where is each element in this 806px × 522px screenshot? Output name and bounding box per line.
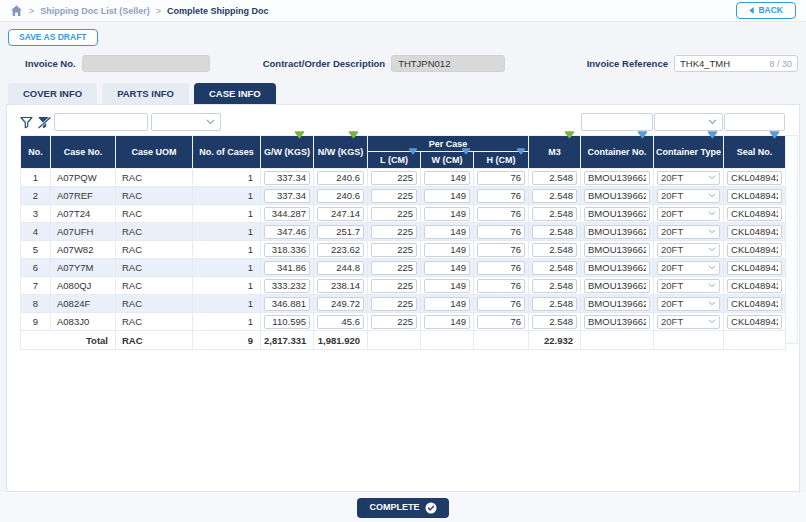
filter-clear-icon[interactable] bbox=[38, 116, 51, 129]
width-input[interactable] bbox=[424, 315, 470, 329]
width-input[interactable] bbox=[424, 189, 470, 203]
seal-no-input[interactable] bbox=[727, 243, 782, 257]
tab-parts-info[interactable]: PARTS INFO bbox=[102, 83, 189, 104]
m3-input[interactable] bbox=[532, 261, 577, 275]
nw-input[interactable] bbox=[317, 315, 364, 329]
m3-input[interactable] bbox=[532, 207, 577, 221]
nw-input[interactable] bbox=[317, 225, 364, 239]
length-input[interactable] bbox=[371, 225, 417, 239]
container-no-input[interactable] bbox=[584, 171, 650, 185]
case-uom-filter-select[interactable] bbox=[151, 113, 221, 131]
seal-no-input[interactable] bbox=[727, 189, 782, 203]
m3-input[interactable] bbox=[532, 297, 577, 311]
width-input[interactable] bbox=[424, 243, 470, 257]
m3-input[interactable] bbox=[532, 279, 577, 293]
gw-input[interactable] bbox=[264, 225, 310, 239]
container-no-input[interactable] bbox=[584, 315, 650, 329]
length-input[interactable] bbox=[371, 261, 417, 275]
height-input[interactable] bbox=[477, 315, 525, 329]
home-icon[interactable] bbox=[10, 5, 23, 17]
complete-button[interactable]: COMPLETE bbox=[357, 498, 448, 518]
filter-icon[interactable] bbox=[20, 116, 33, 129]
m3-input[interactable] bbox=[532, 315, 577, 329]
nw-input[interactable] bbox=[317, 207, 364, 221]
width-input[interactable] bbox=[424, 207, 470, 221]
height-input[interactable] bbox=[477, 189, 525, 203]
container-type-select[interactable]: 20FT bbox=[657, 171, 720, 185]
height-input[interactable] bbox=[477, 297, 525, 311]
seal-no-input[interactable] bbox=[727, 171, 782, 185]
seal-no-filter-input[interactable] bbox=[724, 113, 785, 131]
container-no-input[interactable] bbox=[584, 189, 650, 203]
container-no-input[interactable] bbox=[584, 225, 650, 239]
length-input[interactable] bbox=[371, 315, 417, 329]
container-type-select[interactable]: 20FT bbox=[657, 225, 720, 239]
container-type-select[interactable]: 20FT bbox=[657, 243, 720, 257]
length-input[interactable] bbox=[371, 279, 417, 293]
length-input[interactable] bbox=[371, 171, 417, 185]
m3-input[interactable] bbox=[532, 243, 577, 257]
gw-input[interactable] bbox=[264, 261, 310, 275]
width-input[interactable] bbox=[424, 297, 470, 311]
width-input[interactable] bbox=[424, 225, 470, 239]
nw-input[interactable] bbox=[317, 243, 364, 257]
gw-input[interactable] bbox=[264, 315, 310, 329]
tab-cover-info[interactable]: COVER INFO bbox=[8, 83, 97, 104]
case-no-filter-input[interactable] bbox=[54, 113, 148, 131]
container-no-input[interactable] bbox=[584, 207, 650, 221]
length-input[interactable] bbox=[371, 297, 417, 311]
container-no-input[interactable] bbox=[584, 243, 650, 257]
length-input[interactable] bbox=[371, 189, 417, 203]
height-input[interactable] bbox=[477, 279, 525, 293]
container-type-select[interactable]: 20FT bbox=[657, 297, 720, 311]
gw-input[interactable] bbox=[264, 297, 310, 311]
vertical-scrollbar[interactable] bbox=[785, 135, 798, 344]
width-input[interactable] bbox=[424, 279, 470, 293]
save-as-draft-button[interactable]: SAVE AS DRAFT bbox=[8, 29, 98, 46]
case-uom-cell: RAC bbox=[116, 223, 193, 241]
height-input[interactable] bbox=[477, 171, 525, 185]
gw-input[interactable] bbox=[264, 279, 310, 293]
height-input[interactable] bbox=[477, 207, 525, 221]
m3-input[interactable] bbox=[532, 189, 577, 203]
tab-case-info[interactable]: CASE INFO bbox=[194, 83, 276, 104]
container-type-select[interactable]: 20FT bbox=[657, 189, 720, 203]
length-input[interactable] bbox=[371, 243, 417, 257]
nw-input[interactable] bbox=[317, 171, 364, 185]
gw-input[interactable] bbox=[264, 243, 310, 257]
gw-input[interactable] bbox=[264, 189, 310, 203]
nw-input[interactable] bbox=[317, 297, 364, 311]
back-button[interactable]: BACK bbox=[736, 2, 796, 19]
container-type-select[interactable]: 20FT bbox=[657, 261, 720, 275]
container-type-select[interactable]: 20FT bbox=[657, 315, 720, 329]
container-type-select[interactable]: 20FT bbox=[657, 207, 720, 221]
m3-input[interactable] bbox=[532, 225, 577, 239]
height-input[interactable] bbox=[477, 225, 525, 239]
seal-no-input[interactable] bbox=[727, 315, 782, 329]
width-input[interactable] bbox=[424, 261, 470, 275]
breadcrumb-item-shipping-doc-list[interactable]: Shipping Doc List (Seller) bbox=[40, 6, 150, 16]
height-input[interactable] bbox=[477, 243, 525, 257]
m3-input[interactable] bbox=[532, 171, 577, 185]
seal-no-input[interactable] bbox=[727, 297, 782, 311]
container-no-input[interactable] bbox=[584, 261, 650, 275]
container-no-input[interactable] bbox=[584, 279, 650, 293]
nw-input[interactable] bbox=[317, 189, 364, 203]
width-input[interactable] bbox=[424, 171, 470, 185]
container-type-filter-select[interactable] bbox=[654, 113, 723, 131]
seal-no-input[interactable] bbox=[727, 261, 782, 275]
gw-input[interactable] bbox=[264, 207, 310, 221]
seal-no-input[interactable] bbox=[727, 225, 782, 239]
col-header-gw: G/W (KGS) bbox=[261, 136, 314, 169]
nw-input[interactable] bbox=[317, 261, 364, 275]
container-type-select[interactable]: 20FT bbox=[657, 279, 720, 293]
seal-no-input[interactable] bbox=[727, 279, 782, 293]
nw-input[interactable] bbox=[317, 279, 364, 293]
container-no-filter-input[interactable] bbox=[581, 113, 653, 131]
invoice-reference-input[interactable] bbox=[680, 58, 765, 69]
seal-no-input[interactable] bbox=[727, 207, 782, 221]
gw-input[interactable] bbox=[264, 171, 310, 185]
height-input[interactable] bbox=[477, 261, 525, 275]
length-input[interactable] bbox=[371, 207, 417, 221]
container-no-input[interactable] bbox=[584, 297, 650, 311]
